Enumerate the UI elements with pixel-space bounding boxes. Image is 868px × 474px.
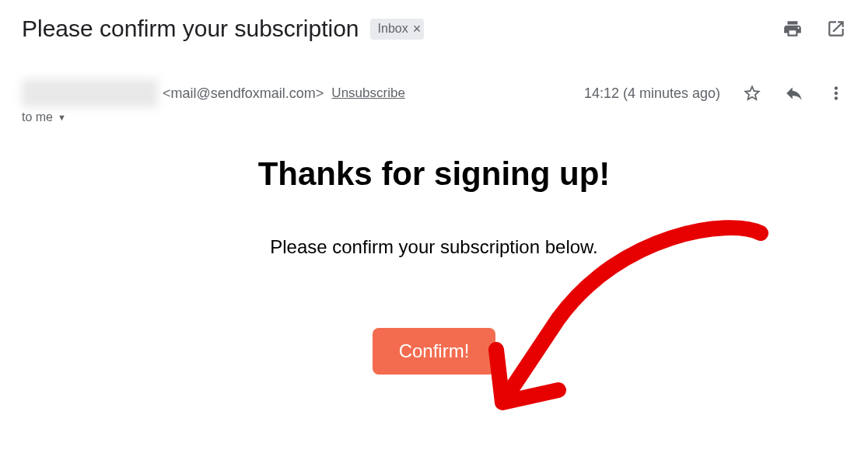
- inbox-label-chip[interactable]: Inbox ×: [370, 19, 425, 40]
- more-options-icon[interactable]: [826, 83, 846, 103]
- sender-name-redacted: [22, 79, 158, 107]
- unsubscribe-link[interactable]: Unsubscribe: [331, 85, 405, 101]
- body-heading: Thanks for signing up!: [22, 155, 846, 193]
- sender-row: <mail@sendfoxmail.com> Unsubscribe 14:12…: [22, 79, 846, 107]
- message-actions: 14:12 (4 minutes ago): [584, 83, 846, 103]
- print-icon[interactable]: [782, 19, 803, 39]
- recipient-row[interactable]: to me ▼: [22, 110, 846, 124]
- to-label: to me: [22, 110, 53, 124]
- email-container: Please confirm your subscription Inbox ×…: [0, 0, 868, 390]
- reply-icon[interactable]: [784, 83, 804, 103]
- body-text: Please confirm your subscription below.: [22, 236, 846, 258]
- confirm-button[interactable]: Confirm!: [373, 328, 496, 375]
- star-icon[interactable]: [742, 83, 762, 103]
- open-new-window-icon[interactable]: [826, 19, 846, 39]
- email-header: Please confirm your subscription Inbox ×: [22, 16, 846, 42]
- email-body: Thanks for signing up! Please confirm yo…: [22, 155, 846, 375]
- timestamp: 14:12 (4 minutes ago): [584, 85, 720, 102]
- header-actions: [782, 19, 846, 39]
- inbox-label-text: Inbox: [378, 22, 408, 36]
- email-subject: Please confirm your subscription: [22, 16, 359, 42]
- sender-info: <mail@sendfoxmail.com> Unsubscribe: [22, 79, 405, 107]
- show-details-icon[interactable]: ▼: [58, 113, 66, 122]
- sender-email: <mail@sendfoxmail.com>: [163, 85, 324, 102]
- remove-label-icon[interactable]: ×: [413, 21, 422, 37]
- subject-area: Please confirm your subscription Inbox ×: [22, 16, 424, 42]
